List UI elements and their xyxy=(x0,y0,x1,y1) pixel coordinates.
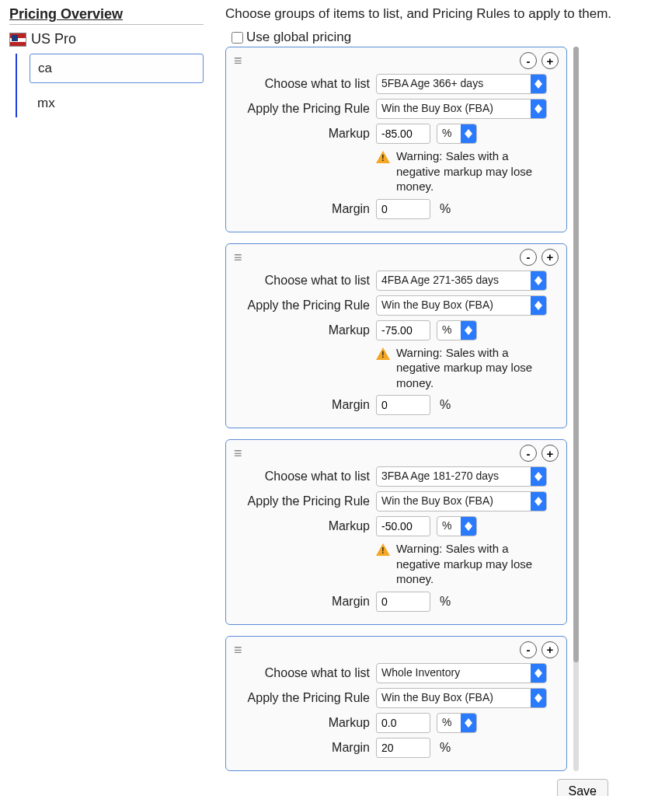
svg-marker-19 xyxy=(534,673,542,678)
margin-unit: % xyxy=(440,741,451,755)
drag-handle-icon[interactable]: ≡ xyxy=(234,643,242,657)
choose-list-select[interactable]: Whole Inventory xyxy=(376,663,547,683)
markup-unit-select-value: % xyxy=(437,714,461,732)
global-pricing-toggle[interactable]: Use global pricing xyxy=(232,30,663,45)
markup-unit-select-value: % xyxy=(437,517,461,536)
account-row[interactable]: US Pro xyxy=(9,30,204,49)
pricing-rule-select[interactable]: Win the Buy Box (FBA) xyxy=(376,99,547,119)
svg-marker-13 xyxy=(534,477,542,481)
warning-text: Warning: Sales with a negative markup ma… xyxy=(396,345,555,391)
margin-input[interactable] xyxy=(376,395,430,415)
svg-marker-23 xyxy=(465,723,472,728)
updown-icon xyxy=(531,75,546,93)
drag-handle-icon[interactable]: ≡ xyxy=(234,250,242,264)
region-list: camx xyxy=(16,54,204,117)
sidebar: Pricing Overview US Pro camx xyxy=(9,6,204,124)
warning-row: Warning: Sales with a negative markup ma… xyxy=(376,345,555,391)
global-pricing-checkbox[interactable] xyxy=(232,32,243,44)
markup-label: Markup xyxy=(234,127,370,141)
svg-marker-15 xyxy=(534,501,542,506)
markup-unit-select[interactable]: % xyxy=(437,713,477,733)
svg-marker-5 xyxy=(465,134,472,138)
warning-row: Warning: Sales with a negative markup ma… xyxy=(376,148,555,194)
choose-list-select[interactable]: 3FBA Age 181-270 days xyxy=(376,466,547,487)
margin-label: Margin xyxy=(234,595,370,609)
apply-rule-label: Apply the Pricing Rule xyxy=(234,494,370,508)
markup-unit-select[interactable]: % xyxy=(437,124,477,144)
updown-icon xyxy=(461,321,476,340)
account-name: US Pro xyxy=(31,31,76,47)
choose-list-select-value: 4FBA Age 271-365 days xyxy=(377,271,531,290)
choose-list-select[interactable]: 4FBA Age 271-365 days xyxy=(376,271,547,291)
sidebar-region-ca[interactable]: ca xyxy=(30,54,204,83)
choose-list-select[interactable]: 5FBA Age 366+ days xyxy=(376,74,547,94)
markup-input[interactable] xyxy=(376,320,430,340)
warning-row: Warning: Sales with a negative markup ma… xyxy=(376,541,555,587)
add-rule-button[interactable]: + xyxy=(541,52,559,69)
scrollbar[interactable] xyxy=(573,47,579,771)
markup-label: Markup xyxy=(234,323,370,337)
pricing-rule-select[interactable]: Win the Buy Box (FBA) xyxy=(376,295,547,316)
svg-marker-1 xyxy=(534,84,542,89)
choose-list-label: Choose what to list xyxy=(234,470,370,484)
remove-rule-button[interactable]: - xyxy=(520,52,537,69)
pricing-rule-select[interactable]: Win the Buy Box (FBA) xyxy=(376,491,547,511)
warning-icon xyxy=(376,347,390,360)
markup-label: Markup xyxy=(234,716,370,730)
add-rule-button[interactable]: + xyxy=(541,641,559,658)
markup-unit-select[interactable]: % xyxy=(437,516,477,536)
updown-icon xyxy=(531,664,546,683)
choose-list-select-value: 3FBA Age 181-270 days xyxy=(377,467,531,486)
margin-label: Margin xyxy=(234,398,370,412)
remove-rule-button[interactable]: - xyxy=(520,445,537,462)
markup-input[interactable] xyxy=(376,713,430,733)
choose-list-select-value: 5FBA Age 366+ days xyxy=(377,75,531,93)
scrollbar-thumb[interactable] xyxy=(573,47,579,662)
pricing-rule-card: ≡ - + Choose what to list 4FBA Age 271-3… xyxy=(225,243,567,429)
pricing-rule-card: ≡ - + Choose what to list 3FBA Age 181-2… xyxy=(225,439,567,625)
drag-handle-icon[interactable]: ≡ xyxy=(234,446,242,460)
drag-handle-icon[interactable]: ≡ xyxy=(234,54,242,68)
svg-marker-7 xyxy=(534,281,542,285)
warning-text: Warning: Sales with a negative markup ma… xyxy=(396,541,555,587)
markup-input[interactable] xyxy=(376,124,430,144)
apply-rule-label: Apply the Pricing Rule xyxy=(234,102,370,116)
add-rule-button[interactable]: + xyxy=(541,249,559,266)
choose-list-select-value: Whole Inventory xyxy=(377,664,531,683)
choose-list-label: Choose what to list xyxy=(234,274,370,288)
margin-input[interactable] xyxy=(376,199,430,219)
pricing-rule-card: ≡ - + Choose what to list 5FBA Age 366+ … xyxy=(225,47,567,232)
svg-marker-9 xyxy=(534,305,542,310)
remove-rule-button[interactable]: - xyxy=(520,641,537,658)
pricing-rule-card: ≡ - + Choose what to list Whole Inventor… xyxy=(225,636,567,771)
warning-icon xyxy=(376,151,390,163)
choose-list-label: Choose what to list xyxy=(234,77,370,91)
svg-marker-3 xyxy=(534,109,542,113)
apply-rule-label: Apply the Pricing Rule xyxy=(234,691,370,705)
add-rule-button[interactable]: + xyxy=(541,445,559,462)
updown-icon xyxy=(531,689,546,707)
main-panel: Choose groups of items to list, and Pric… xyxy=(225,6,663,796)
updown-icon xyxy=(461,124,476,143)
apply-rule-label: Apply the Pricing Rule xyxy=(234,298,370,312)
pricing-rule-select-value: Win the Buy Box (FBA) xyxy=(377,689,531,707)
sidebar-region-mx[interactable]: mx xyxy=(30,89,204,117)
margin-label: Margin xyxy=(234,202,370,216)
margin-input[interactable] xyxy=(376,592,430,612)
svg-marker-17 xyxy=(465,526,472,531)
markup-unit-select[interactable]: % xyxy=(437,320,477,340)
markup-label: Markup xyxy=(234,519,370,533)
updown-icon xyxy=(531,296,546,315)
updown-icon xyxy=(531,100,546,118)
markup-input[interactable] xyxy=(376,516,430,536)
pricing-rule-select[interactable]: Win the Buy Box (FBA) xyxy=(376,688,547,708)
margin-unit: % xyxy=(440,202,451,216)
svg-marker-21 xyxy=(534,698,542,703)
remove-rule-button[interactable]: - xyxy=(520,249,537,266)
save-button[interactable]: Save xyxy=(557,779,608,797)
sidebar-title: Pricing Overview xyxy=(9,6,204,25)
updown-icon xyxy=(531,467,546,486)
updown-icon xyxy=(531,492,546,511)
markup-unit-select-value: % xyxy=(437,124,461,143)
margin-input[interactable] xyxy=(376,738,430,758)
